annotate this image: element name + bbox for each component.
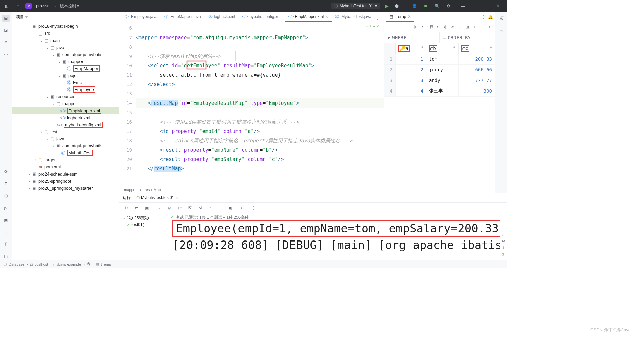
tree-item[interactable]: ⒾEmpMapper <box>12 65 119 72</box>
add-row-icon[interactable]: + <box>472 25 478 29</box>
db-more-icon[interactable]: ⋮ <box>481 15 485 19</box>
tree-item[interactable]: ⌄▣pojo <box>12 72 119 79</box>
tree-item[interactable]: ›▢target <box>12 156 119 163</box>
run-tool-icon[interactable]: ▷ <box>2 204 10 212</box>
vcs-dropdown[interactable]: 版本控制 ▾ <box>60 3 79 9</box>
status-crumb[interactable]: mybatis-example <box>53 262 81 266</box>
expand-icon[interactable]: ⇱ <box>186 204 194 212</box>
database-tool-icon[interactable]: 🗄 <box>498 15 505 22</box>
minimize-button[interactable]: — <box>456 0 470 12</box>
tree-item[interactable]: </>mybatis-config.xml <box>12 121 119 128</box>
table-row[interactable]: 22jerry666.66 <box>384 64 495 75</box>
commit-tool-icon[interactable]: ⟳ <box>2 168 10 176</box>
text-tool-icon[interactable]: T <box>2 180 10 188</box>
tree-item[interactable]: ⌄▢main <box>12 37 119 44</box>
test-tree[interactable]: ⌄1秒 256毫秒 ✓test01( <box>119 213 167 260</box>
notifications-icon[interactable]: 🔔 <box>488 15 493 19</box>
close-icon[interactable]: ✕ <box>408 14 411 19</box>
close-icon[interactable]: ✕ <box>325 15 328 19</box>
tree-item[interactable]: ⌄▢test <box>12 128 119 135</box>
tab-empmapper-java[interactable]: ⒾEmpMapper.java <box>161 12 204 22</box>
status-crumb[interactable]: @localhost <box>30 262 48 266</box>
tree-item[interactable]: ⌄▣mapper <box>12 58 119 65</box>
project-tree[interactable]: ⌄▣pro18-mybatis-begin ⌄▢src ⌄▢main ⌄▢jav… <box>12 22 119 260</box>
debug-button[interactable]: ⬢ <box>393 2 400 10</box>
table-row[interactable]: 11tom200.33 <box>384 54 495 64</box>
code-content[interactable]: <mapper namespace="com.atguigu.mybatis.m… <box>136 22 384 186</box>
orderby-filter[interactable]: ≡ORDER BY <box>440 32 495 43</box>
soft-wrap-icon[interactable]: ↩ <box>502 239 505 244</box>
prev-fail-icon[interactable]: ↑ <box>206 204 214 212</box>
tree-item[interactable]: ⌄▢java <box>12 135 119 142</box>
next-page-icon[interactable]: › <box>435 25 441 29</box>
build-tool-icon[interactable]: ▢ <box>2 253 10 260</box>
tab-employee-java[interactable]: ⒸEmployee.java <box>121 12 161 22</box>
status-crumb[interactable]: Database <box>9 262 24 266</box>
collapse-icon[interactable]: ⇲ <box>196 204 204 212</box>
services-tool-icon[interactable]: ⬡ <box>2 192 10 200</box>
tree-item[interactable]: ⌄▣resources <box>12 93 119 100</box>
scroll-up-icon[interactable]: ↑ <box>502 225 505 230</box>
maven-tool-icon[interactable]: m <box>498 27 505 34</box>
project-tool-icon[interactable]: ▣ <box>2 15 10 22</box>
more-run-icon[interactable]: ⋮ <box>403 2 411 10</box>
history-icon[interactable]: ⊙ <box>236 204 244 212</box>
breadcrumb[interactable]: mapper›resultMap <box>119 186 384 193</box>
sort-icon[interactable]: ↓≡ <box>176 204 183 212</box>
git-tool-icon[interactable]: ᚴ <box>2 240 10 248</box>
tab-empmapper-xml[interactable]: </>EmpMapper.xml✕ <box>285 12 332 22</box>
status-crumb[interactable]: 表 <box>87 262 90 267</box>
run-config-selector[interactable]: ⬡ MybatisTest.test01 ▾ <box>331 3 380 9</box>
tab-more-icon[interactable]: ⋮ <box>376 17 380 22</box>
tree-item[interactable]: ⌄▢mapper <box>12 100 119 107</box>
show-pass-icon[interactable]: ✓ <box>156 204 163 212</box>
show-fail-icon[interactable]: ⊘ <box>166 204 173 212</box>
tree-item[interactable]: ⌄▢src <box>12 30 119 37</box>
db-table[interactable]: 🔑a◆ ▢b◆ ▢c◆ 11tom200.33 22jerry666.66 33… <box>384 43 495 193</box>
more-icon[interactable]: ⋮ <box>250 204 257 212</box>
rollback-icon[interactable]: ⊞ <box>464 25 470 29</box>
search-icon[interactable]: 🔍 <box>433 2 441 10</box>
run-button[interactable]: ▶ <box>383 2 390 10</box>
tree-item[interactable]: ⌄▣pro18-mybatis-begin <box>12 23 119 30</box>
account-icon[interactable]: 👤 <box>411 2 418 10</box>
stop-icon[interactable]: ▣ <box>143 204 150 212</box>
tree-item[interactable]: ⒸEmp <box>12 79 119 86</box>
commit-icon[interactable]: ⊕ <box>457 25 463 29</box>
col-a[interactable]: 🔑a◆ <box>395 43 426 54</box>
tab-mybatistest-java[interactable]: ⒸMybatisTest.java <box>332 12 375 22</box>
close-button[interactable]: ✕ <box>491 0 504 12</box>
rerun-icon[interactable]: ↻ <box>123 204 130 212</box>
tab-logback-xml[interactable]: </>logback.xml <box>204 12 238 22</box>
first-page-icon[interactable]: |‹ <box>412 25 418 29</box>
tree-item[interactable]: ›▣pro26_springboot_mystarter <box>12 185 119 192</box>
scroll-down-icon[interactable]: ↓ <box>502 232 505 237</box>
problems-tool-icon[interactable]: ⊙ <box>2 228 10 236</box>
sync-icon[interactable] <box>422 2 429 10</box>
project-header[interactable]: 项目 ▾ ⋮ <box>12 12 119 22</box>
hamburger-icon[interactable]: ≡ <box>14 2 21 10</box>
prev-page-icon[interactable]: ‹ <box>419 25 425 29</box>
terminal-tool-icon[interactable]: ▣ <box>2 216 10 224</box>
next-fail-icon[interactable]: ↓ <box>216 204 224 212</box>
tree-item[interactable]: ⒸMybatisTest <box>12 149 119 156</box>
col-c[interactable]: ▢c◆ <box>458 43 495 54</box>
tree-item-selected[interactable]: </>EmpMapper.xml <box>12 107 119 114</box>
tree-item[interactable]: ›▣pro24-schedule-ssm <box>12 170 119 178</box>
close-icon[interactable]: ✕ <box>175 195 179 200</box>
more-tool-icon[interactable]: ⋯ <box>2 51 10 58</box>
scroll-end-icon[interactable]: ⤓ <box>502 246 505 250</box>
tree-item[interactable]: ⌄▣com.atguigu.mybatis <box>12 51 119 58</box>
toggle-icon[interactable]: ⇄ <box>133 204 140 212</box>
tab-mybatis-config[interactable]: </>mybatis-config.xml <box>238 12 285 22</box>
db-tab[interactable]: ▤t_emp✕ <box>386 12 414 22</box>
run-tab[interactable]: ⬡MybatisTest.test01✕ <box>134 194 181 202</box>
reload-icon[interactable]: ⟳ <box>449 25 455 29</box>
tree-item[interactable]: ⒸEmployee <box>12 86 119 93</box>
table-row[interactable]: 33andy777.77 <box>384 75 495 86</box>
tree-item[interactable]: mpom.xml <box>12 163 119 170</box>
print-icon[interactable]: ⎙ <box>502 252 505 257</box>
tree-item[interactable]: ⌄▣com.atguigu.mybatis <box>12 142 119 149</box>
col-b[interactable]: ▢b◆ <box>426 43 458 54</box>
table-row[interactable]: 44张三丰300 <box>384 86 495 96</box>
